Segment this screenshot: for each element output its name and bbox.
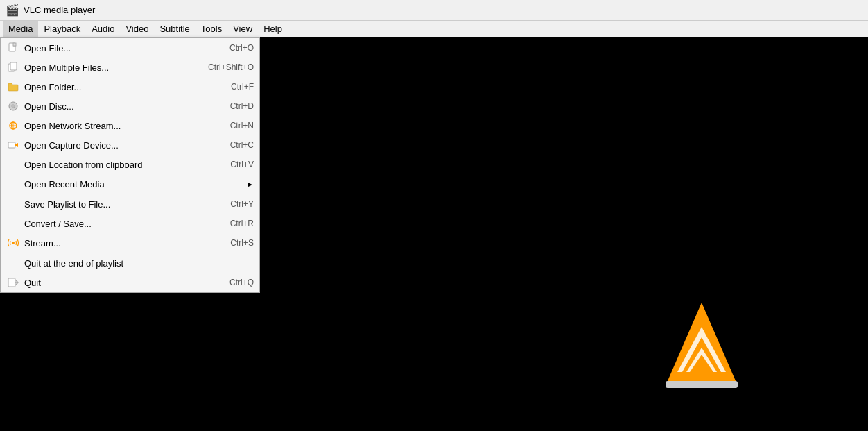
open-file-shortcut: Ctrl+O [229,43,254,53]
quit-shortcut: Ctrl+Q [229,278,254,287]
open-capture-shortcut: Ctrl+C [230,140,254,150]
menu-playback[interactable]: Playback [38,21,86,37]
media-dropdown: Open File... Ctrl+O Open Multiple Files.… [0,37,260,293]
menu-item-convert-save[interactable]: Convert / Save... Ctrl+R [1,214,259,233]
stream-shortcut: Ctrl+S [230,238,254,248]
open-location-label: Open Location from clipboard [24,160,216,170]
menu-media[interactable]: Media [3,21,38,37]
folder-icon [6,80,20,94]
menu-item-save-playlist[interactable]: Save Playlist to File... Ctrl+Y [1,194,259,214]
menu-view[interactable]: View [227,21,258,37]
menu-help[interactable]: Help [258,21,288,37]
open-network-shortcut: Ctrl+N [230,121,254,130]
save-playlist-shortcut: Ctrl+Y [230,199,254,209]
convert-icon [6,217,20,230]
open-location-shortcut: Ctrl+V [230,160,254,169]
quit-end-icon [6,256,20,270]
open-disc-shortcut: Ctrl+D [230,101,254,111]
menu-item-stream[interactable]: Stream... Ctrl+S [1,233,259,253]
menu-item-open-capture[interactable]: Open Capture Device... Ctrl+C [1,135,259,155]
quit-label: Quit [24,278,216,288]
svg-rect-9 [10,62,17,70]
vlc-cone [660,299,743,389]
file-icon [6,41,20,55]
save-playlist-label: Save Playlist to File... [24,199,216,210]
capture-icon [6,138,20,152]
submenu-arrow: ► [247,180,254,188]
open-capture-label: Open Capture Device... [24,140,216,151]
menu-item-quit[interactable]: Quit Ctrl+Q [1,273,259,292]
multi-file-icon [6,60,20,74]
svg-rect-20 [8,278,15,287]
menu-item-open-file[interactable]: Open File... Ctrl+O [1,38,259,58]
menu-bar: Media Playback Audio Video Subtitle Tool… [0,21,868,37]
menu-item-open-recent[interactable]: Open Recent Media ► [1,174,259,194]
app-icon: 🎬 [6,3,19,17]
menu-subtitle[interactable]: Subtitle [154,21,195,37]
convert-save-label: Convert / Save... [24,219,216,229]
open-multiple-label: Open Multiple Files... [24,62,194,73]
app-title: VLC media player [24,5,95,15]
svg-marker-18 [15,143,18,147]
network-icon [6,119,20,133]
menu-audio[interactable]: Audio [86,21,120,37]
svg-point-12 [12,105,14,107]
quit-icon [6,276,20,289]
menu-item-quit-end[interactable]: Quit at the end of playlist [1,253,259,273]
open-recent-label: Open Recent Media [24,179,244,189]
recent-icon [6,177,20,191]
location-icon [6,158,20,171]
menu-item-open-location[interactable]: Open Location from clipboard Ctrl+V [1,155,259,174]
svg-rect-7 [13,43,16,46]
open-disc-label: Open Disc... [24,101,216,112]
quit-end-label: Quit at the end of playlist [24,258,240,269]
svg-rect-5 [666,381,738,388]
title-bar: 🎬 VLC media player [0,0,868,21]
menu-video[interactable]: Video [120,21,154,37]
disc-icon [6,99,20,113]
open-network-label: Open Network Stream... [24,121,216,131]
open-folder-shortcut: Ctrl+F [231,82,254,92]
menu-item-open-disc[interactable]: Open Disc... Ctrl+D [1,96,259,116]
convert-save-shortcut: Ctrl+R [230,219,254,228]
svg-point-19 [12,242,15,244]
menu-item-open-network[interactable]: Open Network Stream... Ctrl+N [1,116,259,135]
svg-rect-17 [8,142,15,148]
save-icon [6,197,20,211]
open-folder-label: Open Folder... [24,82,217,92]
menu-item-open-folder[interactable]: Open Folder... Ctrl+F [1,77,259,96]
stream-icon [6,236,20,250]
open-file-label: Open File... [24,43,216,53]
menu-item-open-multiple[interactable]: Open Multiple Files... Ctrl+Shift+O [1,58,259,77]
stream-label: Stream... [24,238,216,248]
open-multiple-shortcut: Ctrl+Shift+O [208,62,254,72]
menu-tools[interactable]: Tools [196,21,227,37]
